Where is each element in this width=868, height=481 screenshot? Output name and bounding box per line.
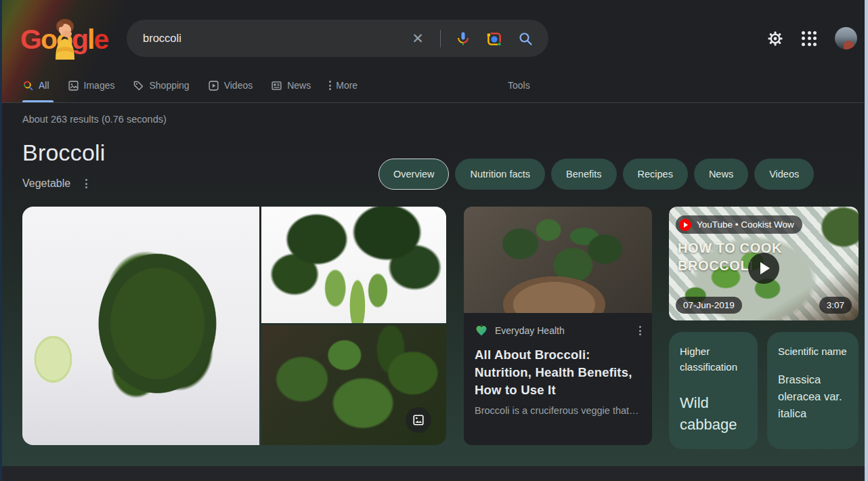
tab-news[interactable]: News <box>271 76 311 95</box>
article-thumbnail[interactable] <box>464 207 652 313</box>
tab-label: All <box>39 80 49 91</box>
entity-menu-icon[interactable] <box>85 179 87 188</box>
broccoli-image-top-right[interactable] <box>261 207 446 323</box>
chip-news[interactable]: News <box>694 159 748 190</box>
fact-label: Higher classification <box>680 343 747 375</box>
video-date-badge: 07-Jun-2019 <box>676 297 742 314</box>
video-source-badge: YouTube • Cookist Wow <box>697 219 794 230</box>
all-search-icon <box>22 80 34 91</box>
google-lens-camera-icon[interactable] <box>485 30 503 47</box>
everyday-health-favicon <box>475 324 488 337</box>
google-apps-grid-icon[interactable] <box>802 31 817 46</box>
tab-label: Images <box>84 80 115 91</box>
chip-benefits[interactable]: Benefits <box>551 159 616 190</box>
quick-settings-gear-icon[interactable] <box>767 30 783 47</box>
tab-label: Shopping <box>149 80 189 91</box>
page-footer <box>0 466 868 481</box>
search-input[interactable] <box>143 32 410 45</box>
account-avatar[interactable] <box>835 27 857 49</box>
fact-value: Brassica oleracea var. italica <box>778 371 848 422</box>
tab-label: News <box>287 80 311 91</box>
video-result-card[interactable]: YouTube • Cookist Wow HOW TO COOK BROCCO… <box>669 207 859 320</box>
photo-icon <box>412 414 425 426</box>
scrollbar[interactable] <box>865 0 868 481</box>
videos-play-icon <box>208 80 219 91</box>
google-doodle-logo[interactable]: Google <box>20 18 108 61</box>
more-images-button[interactable] <box>406 407 431 433</box>
entity-subtitle: Vegetable <box>22 177 70 190</box>
tab-more[interactable]: More <box>329 76 357 95</box>
search-submit-icon[interactable] <box>517 30 534 47</box>
tab-images[interactable]: Images <box>68 76 115 95</box>
article-menu-icon[interactable] <box>639 326 641 335</box>
window-left-edge <box>0 0 2 481</box>
article-source: Everyday Health <box>495 325 632 336</box>
video-duration-badge: 3:07 <box>819 297 852 314</box>
tab-all[interactable]: All <box>22 76 49 95</box>
tab-label: Videos <box>224 80 253 91</box>
search-bar[interactable]: ✕ <box>127 20 548 57</box>
tab-shopping[interactable]: Shopping <box>133 76 189 95</box>
chip-videos[interactable]: Videos <box>754 159 814 190</box>
topic-chips: Overview Nutrition facts Benefits Recipe… <box>378 159 814 190</box>
tools-button[interactable]: Tools <box>508 80 530 91</box>
youtube-icon <box>679 219 691 231</box>
tab-label: More <box>336 80 357 91</box>
fact-card-scientific-name[interactable]: Scientific name Brassica oleracea var. i… <box>767 332 859 449</box>
shopping-tag-icon <box>133 80 144 91</box>
fact-label: Scientific name <box>778 343 848 359</box>
voice-search-mic-icon[interactable] <box>455 30 471 47</box>
chip-nutrition-facts[interactable]: Nutrition facts <box>455 159 545 190</box>
image-result-grid <box>22 207 446 445</box>
tab-videos[interactable]: Videos <box>208 76 253 95</box>
article-result-card[interactable]: Everyday Health All About Broccoli: Nutr… <box>464 207 652 445</box>
doodle-person-illustration <box>47 18 83 60</box>
images-icon <box>68 80 79 91</box>
chip-recipes[interactable]: Recipes <box>623 159 688 190</box>
broccoli-image-large[interactable] <box>22 207 259 445</box>
search-results-main: About 263 results (0.76 seconds) Broccol… <box>0 103 868 466</box>
article-title[interactable]: All About Broccoli: Nutrition, Health Be… <box>475 346 641 399</box>
result-stats: About 263 results (0.76 seconds) <box>22 114 167 125</box>
page-title: Broccoli <box>22 140 106 166</box>
fact-value[interactable]: Wild cabbage <box>680 392 747 436</box>
more-ellipsis-icon <box>329 81 331 90</box>
search-divider <box>440 30 441 47</box>
fact-card-higher-classification[interactable]: Higher classification Wild cabbage <box>669 332 758 449</box>
clear-search-icon[interactable]: ✕ <box>410 30 426 47</box>
news-icon <box>271 80 282 91</box>
chip-overview[interactable]: Overview <box>378 159 449 190</box>
video-play-button[interactable] <box>748 253 779 284</box>
article-snippet: Broccoli is a cruciferous veggie that… <box>475 405 641 416</box>
